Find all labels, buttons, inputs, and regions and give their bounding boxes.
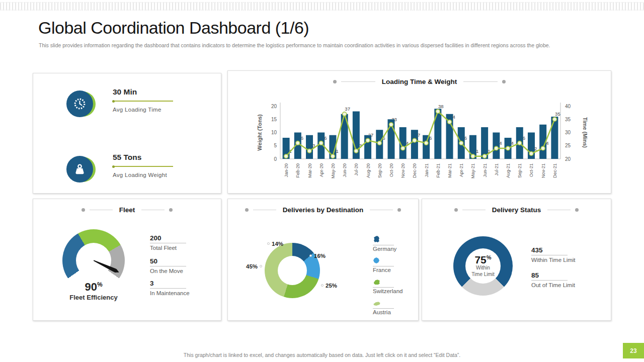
stat-value: 3 xyxy=(150,280,186,289)
chart-title-row: Fleet xyxy=(33,206,221,214)
svg-text:Jul-21: Jul-21 xyxy=(494,163,499,176)
svg-text:May-21: May-21 xyxy=(470,163,475,178)
svg-text:15: 15 xyxy=(271,117,277,122)
stat-out-of-time-limit: 85 Out of Time Limit xyxy=(531,270,575,288)
legend-item-austria: Austria xyxy=(373,299,403,315)
combo-bar-line-chart[interactable]: 051015202025303540Weight (Tons)Time (Min… xyxy=(228,95,612,193)
svg-text:37: 37 xyxy=(345,106,350,112)
svg-text:Aug-20: Aug-20 xyxy=(366,163,371,178)
svg-text:Feb-20: Feb-20 xyxy=(295,163,300,178)
stat-label: On the Move xyxy=(150,268,186,274)
austria-map-icon xyxy=(373,301,381,306)
deliveries-by-destination-card[interactable]: Deliveries by Destination 14% 16% 25% 45… xyxy=(227,199,419,321)
label-marker xyxy=(321,284,324,287)
fleet-card[interactable]: Fleet 90% Fleet Efficiency 200 Total Fle… xyxy=(33,199,221,321)
title-line-right xyxy=(141,210,165,210)
svg-text:35: 35 xyxy=(565,117,571,122)
title-line-right xyxy=(370,210,393,210)
stat-label: In Maintenance xyxy=(150,290,190,296)
legend-divider xyxy=(373,308,394,309)
donut-center-label: 75% Within Time Limit xyxy=(465,248,501,284)
delivery-status-donut-chart[interactable]: 75% Within Time Limit xyxy=(453,236,513,296)
title-dot-left xyxy=(245,208,249,212)
legend-divider xyxy=(373,245,394,245)
svg-text:Feb-21: Feb-21 xyxy=(436,163,441,178)
svg-text:Jun-21: Jun-21 xyxy=(482,163,488,177)
chart-title: Fleet xyxy=(117,206,137,214)
chart-title-row: Delivery Status xyxy=(422,206,611,214)
svg-text:Oct-20: Oct-20 xyxy=(389,163,394,177)
title-dot-right xyxy=(397,208,401,212)
svg-text:40: 40 xyxy=(565,104,571,109)
svg-text:38: 38 xyxy=(438,104,444,109)
legend-item-switzerland: Switzerland xyxy=(373,278,403,294)
slice-label-france: 16% xyxy=(307,253,326,259)
stat-in-maintenance: 3 In Maintenance xyxy=(150,279,190,296)
svg-text:Nov-20: Nov-20 xyxy=(400,163,406,178)
weight-icon xyxy=(66,156,97,185)
svg-text:Sep-21: Sep-21 xyxy=(517,163,522,178)
svg-text:May-20: May-20 xyxy=(331,163,336,178)
svg-text:Sep-20: Sep-20 xyxy=(377,163,382,178)
svg-text:35: 35 xyxy=(555,111,560,117)
svg-text:Dec-20: Dec-20 xyxy=(412,163,417,178)
footer-note: This graph/chart is linked to excel, and… xyxy=(0,352,644,358)
svg-text:25: 25 xyxy=(565,143,571,148)
svg-text:Nov-21: Nov-21 xyxy=(541,163,546,178)
legend-divider xyxy=(373,266,394,266)
title-line-right xyxy=(547,210,571,210)
title-line-left xyxy=(90,210,113,210)
chart-title-row: Loading Time & Weight xyxy=(228,78,611,85)
stat-value: 85 xyxy=(531,272,568,281)
svg-text:Apr-21: Apr-21 xyxy=(459,163,464,177)
svg-text:Dec-21: Dec-21 xyxy=(552,163,557,178)
svg-text:Mar-21: Mar-21 xyxy=(447,163,452,178)
stat-total-fleet: 200 Total Fleet xyxy=(150,233,186,251)
chart-title: Loading Time & Weight xyxy=(380,78,459,85)
title-line-left xyxy=(462,210,486,210)
label-marker xyxy=(267,242,270,245)
title-dot-right xyxy=(575,208,579,212)
label-marker xyxy=(260,265,262,267)
stat-within-time-limit: 435 Within Time Limit xyxy=(531,245,576,263)
destination-legend: Germany France Switzerland Austria xyxy=(373,235,403,320)
title-dot-left xyxy=(454,208,458,212)
kpi-value: 55 Tons xyxy=(113,153,223,162)
kpi-underline xyxy=(113,101,173,102)
title-dot-left xyxy=(333,80,337,83)
svg-text:Apr-20: Apr-20 xyxy=(319,163,324,177)
page-number-badge: 23 xyxy=(623,343,644,358)
kpi-label: Avg Loading Weight xyxy=(113,172,223,178)
svg-text:5: 5 xyxy=(274,143,277,148)
germany-map-icon xyxy=(373,236,380,242)
chart-title-row: Deliveries by Destination xyxy=(228,206,418,214)
legend-item-germany: Germany xyxy=(373,235,403,252)
stat-on-the-move: 50 On the Move xyxy=(150,256,186,274)
svg-text:10: 10 xyxy=(271,130,277,135)
donut-hole xyxy=(278,256,307,285)
title-dot-left xyxy=(82,208,85,212)
chart-title: Delivery Status xyxy=(490,206,543,214)
label-marker xyxy=(309,254,312,257)
delivery-status-card[interactable]: Delivery Status 75% Within Time Limit 43… xyxy=(422,199,611,321)
stat-label: Within Time Limit xyxy=(531,257,576,263)
svg-text:Mar-20: Mar-20 xyxy=(307,163,312,178)
stat-label: Total Fleet xyxy=(150,245,186,251)
fleet-gauge-chart[interactable]: 90% xyxy=(62,229,125,292)
svg-text:20: 20 xyxy=(565,156,571,162)
svg-text:0: 0 xyxy=(274,156,277,162)
title-line-left xyxy=(253,210,276,210)
svg-text:Jun-20: Jun-20 xyxy=(342,163,347,177)
deliveries-donut-chart[interactable] xyxy=(265,243,320,298)
svg-text:Aug-21: Aug-21 xyxy=(506,163,511,178)
stat-value: 50 xyxy=(150,257,186,266)
gauge-caption: Fleet Efficiency xyxy=(37,294,150,301)
top-stripe-decoration xyxy=(0,2,644,11)
loading-time-weight-card[interactable]: Loading Time & Weight 051015202025303540… xyxy=(227,70,611,194)
kpi-card[interactable]: 30 Min Avg Loading Time 55 Tons Avg Load… xyxy=(33,73,221,194)
legend-item-france: France xyxy=(373,256,403,273)
svg-text:Jul-20: Jul-20 xyxy=(354,163,359,176)
stat-value: 435 xyxy=(531,246,568,255)
stat-label: Out of Time Limit xyxy=(531,282,575,288)
svg-text:20: 20 xyxy=(271,104,277,109)
